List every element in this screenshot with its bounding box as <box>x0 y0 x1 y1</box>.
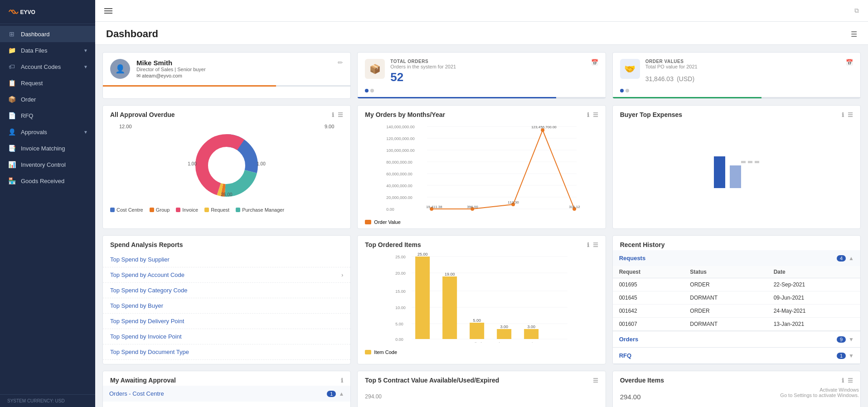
svg-text:15.00: 15.00 <box>395 289 406 294</box>
calendar-icon[interactable]: 📅 <box>591 59 598 66</box>
donut-legend: Cost Centre Group Invoice Request <box>103 204 350 218</box>
window-icon[interactable]: ⧉ <box>854 7 859 15</box>
sidebar-item-inventory-control[interactable]: 📊 Inventory Control <box>0 156 95 173</box>
svg-text:140,000,000.00: 140,000,000.00 <box>386 125 415 129</box>
info-icon[interactable]: ℹ <box>842 111 844 118</box>
legend-invoice: Invoice <box>176 207 198 213</box>
sidebar-label: Goods Received <box>21 178 88 184</box>
charts-row: All Approval Overdue ℹ ☰ 12.00 9.00 <box>102 105 861 229</box>
svg-text:new item: new item <box>523 342 539 343</box>
spend-item-document-type[interactable]: Top Spend by Document Type <box>103 344 350 360</box>
svg-text:123,456,700.00: 123,456,700.00 <box>531 125 557 129</box>
bar-chart-legend: Item Code <box>358 348 605 359</box>
svg-text:Dark Fanta...: Dark Fanta... <box>492 342 516 343</box>
rfq-badge: 1 <box>837 353 846 359</box>
legend-request: Request <box>204 207 229 213</box>
menu-icon[interactable]: ☰ <box>848 111 853 118</box>
sidebar-item-dashboard[interactable]: ⊞ Dashboard <box>0 26 95 42</box>
orders-cost-centre-label: Orders - Cost Centre <box>109 390 327 397</box>
menu-icon[interactable]: ☰ <box>848 377 853 384</box>
order-values-info: ORDER VALUES Total PO value for 2021 31,… <box>645 59 840 84</box>
expand-icon[interactable]: ▼ <box>849 353 854 359</box>
hamburger-menu-icon[interactable]: ☰ <box>851 30 857 39</box>
spend-item-account-code[interactable]: Top Spend by Account Code › <box>103 267 350 283</box>
legend-color-box <box>365 350 371 354</box>
request-icon: 📋 <box>7 79 16 87</box>
system-currency-label: SYSTEM CURRENCY: USD <box>0 394 95 407</box>
spend-analysis-title: Spend Analysis Reports <box>103 236 350 250</box>
sidebar-item-order[interactable]: 📦 Order <box>0 91 95 107</box>
spend-item-category-code[interactable]: Top Spend by Category Code <box>103 283 350 298</box>
card-actions: ℹ ☰ <box>332 111 343 118</box>
total-orders-card: 📦 TOTAL ORDERS Orders in the system for … <box>357 52 606 99</box>
sidebar-label: Account Codes <box>21 63 79 70</box>
svg-text:3.00: 3.00 <box>500 325 509 329</box>
sidebar-item-approvals[interactable]: 👤 Approvals ▼ <box>0 124 95 140</box>
main-content: ⧉ Dashboard ☰ 👤 Mike Smith Director of S… <box>95 0 868 407</box>
sidebar-item-invoice-matching[interactable]: 📑 Invoice Matching <box>0 140 95 156</box>
dot <box>370 89 374 92</box>
menu-icon[interactable] <box>104 7 112 15</box>
sidebar-item-data-files[interactable]: 📁 Data Files ▼ <box>0 42 95 58</box>
email-icon: ✉ <box>136 73 141 78</box>
chevron-down-icon: ▼ <box>83 130 88 135</box>
svg-text:Jan-2021: Jan-2021 <box>534 212 552 213</box>
svg-text:MP_STK1: MP_STK1 <box>441 342 459 343</box>
profile-card-progress <box>103 85 350 87</box>
svg-text:Mar-2021: Mar-2021 <box>504 212 522 213</box>
menu-icon[interactable]: ☰ <box>338 111 343 118</box>
info-icon[interactable]: ℹ <box>587 111 589 118</box>
menu-icon[interactable]: ☰ <box>593 111 598 118</box>
orders-cost-centre-row[interactable]: Orders - Cost Centre 1 ▲ <box>103 386 350 402</box>
approval-overdue-title: All Approval Overdue ℹ ☰ <box>103 106 350 120</box>
collapse-icon[interactable]: ▲ <box>849 255 854 262</box>
info-icon[interactable]: ℹ <box>341 377 343 384</box>
request-date: 24-May-2021 <box>767 305 860 318</box>
bar-chart-area: 25.00 20.00 15.00 10.00 5.00 0.00 <box>358 250 605 348</box>
sidebar: EYVO ⊞ Dashboard 📁 Data Files ▼ 🏷 Accoun… <box>0 0 95 407</box>
spend-item-supplier[interactable]: Top Spend by Supplier <box>103 252 350 267</box>
info-icon[interactable]: ℹ <box>587 242 589 248</box>
legend-label: Order Value <box>374 219 401 225</box>
edit-icon[interactable]: ✏ <box>338 59 343 66</box>
rfq-section-header[interactable]: RFQ 1 ▼ <box>613 348 860 363</box>
spend-item-delivery-point[interactable]: Top Spend by Delivery Point <box>103 314 350 329</box>
buyer-expenses-chart <box>613 120 860 211</box>
awaiting-approval-card: My Awaiting Approval ℹ Orders - Cost Cen… <box>102 371 351 407</box>
svg-text:396.00: 396.00 <box>467 205 478 209</box>
sidebar-navigation: ⊞ Dashboard 📁 Data Files ▼ 🏷 Account Cod… <box>0 24 95 392</box>
top5-contract-title: Top 5 Contract Value Available/Used/Expi… <box>358 371 605 386</box>
menu-icon[interactable]: ☰ <box>593 377 598 384</box>
sidebar-item-account-codes[interactable]: 🏷 Account Codes ▼ <box>0 58 95 75</box>
expand-icon[interactable]: ▼ <box>849 336 854 343</box>
info-icon[interactable]: ℹ <box>842 377 844 384</box>
spend-item-buyer[interactable]: Top Spend by Buyer <box>103 298 350 314</box>
inventory-control-icon: 📊 <box>7 161 16 168</box>
spend-list: Top Spend by Supplier Top Spend by Accou… <box>103 250 350 363</box>
spend-item-invoice-point[interactable]: Top Spend by Invoice Point <box>103 329 350 344</box>
dot <box>626 89 629 92</box>
collapse-icon[interactable]: ▲ <box>339 391 344 397</box>
svg-text:Jun-2021: Jun-2021 <box>464 212 481 213</box>
table-row: 001642 ORDER 24-May-2021 <box>613 305 860 318</box>
donut-chart-svg: 1.00 1.00 26.00 <box>186 129 267 202</box>
legend-label: Item Code <box>374 349 397 355</box>
overdue-items-title: Overdue Items ℹ ☰ <box>613 371 860 386</box>
menu-icon[interactable]: ☰ <box>593 242 598 248</box>
col-request: Request <box>613 266 684 278</box>
sidebar-item-goods-received[interactable]: 🏪 Goods Received <box>0 173 95 189</box>
orders-section-header[interactable]: Orders 9 ▼ <box>613 331 860 347</box>
info-icon[interactable]: ℹ <box>332 111 334 118</box>
sidebar-item-request[interactable]: 📋 Request <box>0 75 95 91</box>
account-codes-icon: 🏷 <box>7 63 16 70</box>
svg-text:40,000,000.00: 40,000,000.00 <box>386 184 412 188</box>
calendar-icon[interactable]: 📅 <box>846 59 853 66</box>
invoice-matching-icon: 📑 <box>7 145 16 152</box>
recent-history-title: Recent History <box>613 236 860 250</box>
line-chart-area: 140,000,000.00 120,000,000.00 100,000,00… <box>358 120 605 218</box>
sidebar-item-rfq[interactable]: 📄 RFQ <box>0 107 95 124</box>
svg-text:19,411.38: 19,411.38 <box>426 205 442 209</box>
topbar: ⧉ <box>95 0 868 22</box>
requests-section-header[interactable]: Requests 4 ▲ <box>613 250 860 266</box>
svg-rect-61 <box>442 276 457 339</box>
